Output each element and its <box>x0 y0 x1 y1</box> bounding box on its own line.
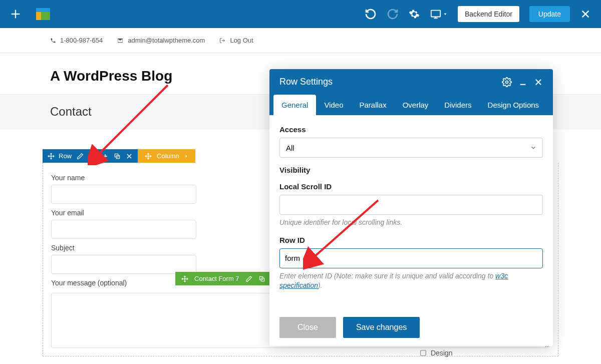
email-input[interactable] <box>51 220 196 239</box>
toolbar-right: Backend Editor Update <box>365 6 591 22</box>
scroll-id-input[interactable] <box>279 195 543 215</box>
backend-editor-button[interactable]: Backend Editor <box>458 6 519 22</box>
svg-marker-22 <box>185 155 187 157</box>
tab-parallax[interactable]: Parallax <box>351 95 394 115</box>
undo-icon[interactable] <box>365 8 377 20</box>
modal-body: Access All Visibility Local Scroll ID Un… <box>269 115 553 309</box>
row-id-input[interactable] <box>279 248 543 268</box>
visibility-label: Visibility <box>279 166 543 174</box>
minimize-icon[interactable] <box>519 78 527 86</box>
name-input[interactable] <box>51 185 196 204</box>
row-controls[interactable]: Row <box>43 149 138 163</box>
close-button[interactable]: Close <box>279 317 336 338</box>
modal-header: Row Settings <box>269 69 553 95</box>
viewport-icon[interactable] <box>430 9 448 20</box>
tab-dividers[interactable]: Dividers <box>436 95 479 115</box>
svg-rect-2 <box>431 11 440 17</box>
email-icon <box>117 38 124 44</box>
column-controls[interactable]: Column <box>138 149 195 163</box>
row-id-hint: Enter element ID (Note: make sure it is … <box>279 271 543 291</box>
tab-video[interactable]: Video <box>316 95 351 115</box>
delete-icon[interactable] <box>126 153 133 160</box>
plus-icon[interactable] <box>102 153 109 160</box>
move-icon <box>48 153 55 160</box>
modal-tabs: General Video Parallax Overlay Dividers … <box>269 95 553 115</box>
logout-text: Log Out <box>230 37 253 44</box>
access-label: Access <box>279 125 543 134</box>
gear-icon[interactable] <box>502 77 512 87</box>
save-button[interactable]: Save changes <box>343 317 420 338</box>
svg-rect-29 <box>421 350 426 356</box>
row-label: Row <box>59 152 72 160</box>
chevron-right-icon <box>184 153 188 159</box>
copy-icon[interactable] <box>114 153 121 160</box>
subject-input[interactable] <box>51 255 196 274</box>
templates-icon[interactable] <box>36 8 50 20</box>
logout-icon <box>219 38 226 44</box>
gear-icon[interactable] <box>409 9 420 20</box>
copy-icon[interactable] <box>258 275 265 282</box>
access-select[interactable]: All <box>279 138 543 158</box>
add-icon[interactable] <box>10 9 21 20</box>
close-icon[interactable] <box>534 78 543 87</box>
info-bar: 1-800-987-654 admin@totalwptheme.com Log… <box>0 28 601 53</box>
edit-icon[interactable] <box>245 275 252 282</box>
tab-general[interactable]: General <box>273 95 316 115</box>
cf7-label: Contact Form 7 <box>194 275 239 282</box>
phone-text: 1-800-987-654 <box>60 37 103 44</box>
top-toolbar: Backend Editor Update <box>0 0 601 28</box>
checkbox-icon <box>420 349 427 356</box>
cf7-toolbar[interactable]: Contact Form 7 <box>175 272 282 285</box>
edit-icon[interactable] <box>77 153 84 160</box>
svg-point-30 <box>506 81 508 83</box>
move-icon <box>181 275 188 282</box>
row-id-label: Row ID <box>279 236 543 244</box>
phone-icon <box>50 38 56 44</box>
modal-footer: Close Save changes <box>269 309 553 346</box>
tab-overlay[interactable]: Overlay <box>395 95 437 115</box>
phone-item: 1-800-987-654 <box>50 37 103 44</box>
close-icon[interactable] <box>580 9 591 20</box>
email-text: admin@totalwptheme.com <box>128 37 205 44</box>
scroll-id-label: Local Scroll ID <box>279 182 543 191</box>
update-button[interactable]: Update <box>529 6 570 22</box>
modal-title: Row Settings <box>279 77 333 87</box>
menu-icon[interactable] <box>89 153 97 160</box>
redo-icon <box>387 8 399 20</box>
design-checkbox[interactable]: Design <box>420 349 453 357</box>
move-icon <box>145 153 152 160</box>
email-item: admin@totalwptheme.com <box>117 37 205 44</box>
logout-item[interactable]: Log Out <box>219 37 253 44</box>
svg-marker-5 <box>444 14 446 15</box>
column-label: Column <box>157 152 179 160</box>
row-settings-modal: Row Settings General Video Parallax Over… <box>269 69 553 346</box>
scroll-id-hint: Unique identifier for local scrolling li… <box>279 218 543 228</box>
tab-design-options[interactable]: Design Options <box>480 95 547 115</box>
toolbar-left <box>10 8 50 20</box>
